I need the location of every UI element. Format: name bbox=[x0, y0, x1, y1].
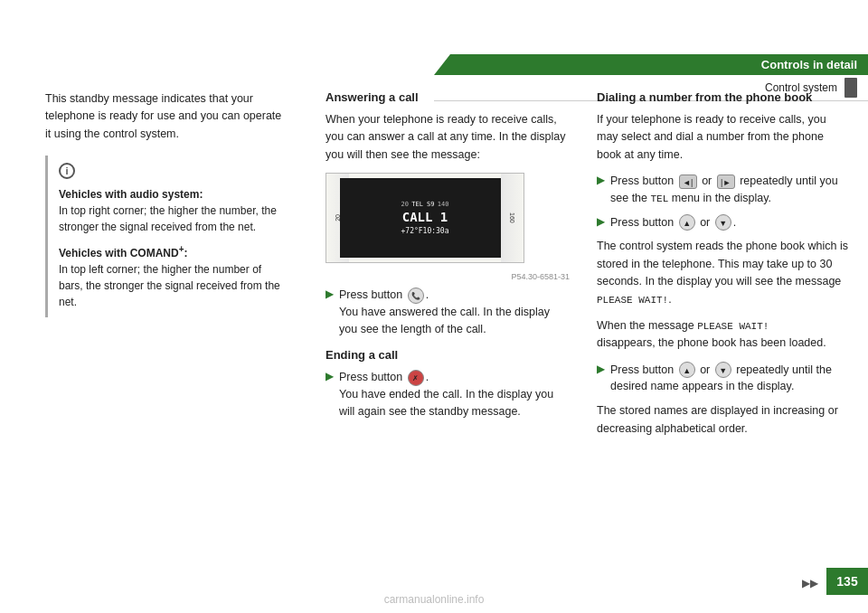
dialing-step-1: ▶ Press button ◄| or |► repeatedly until… bbox=[597, 173, 850, 207]
display-screen: 20 TEL S9 140 CALL 1 +72°F 10:30a bbox=[340, 178, 510, 258]
dialing-step-1-text: Press button ◄| or |► repeatedly until y… bbox=[610, 173, 850, 207]
controls-in-detail-text: Controls in detail bbox=[761, 58, 857, 71]
dialing-step-2-text: Press button ▲ or ▼. bbox=[610, 214, 736, 231]
when-message-text: When the message PLEASE WAIT! disappears… bbox=[597, 317, 850, 353]
bullet-arrow-2: ▶ bbox=[326, 370, 334, 382]
display-speed-right: 160 bbox=[501, 174, 524, 262]
answering-call-text: When your telephone is ready to receive … bbox=[326, 111, 570, 164]
down-button-icon: ▼ bbox=[715, 214, 731, 231]
bullet-arrow-5: ▶ bbox=[597, 363, 605, 375]
left-column: This standby message indicates that your… bbox=[0, 90, 307, 568]
page-number: 135 bbox=[826, 568, 868, 595]
info-item-1-title: Vehicles with audio system: bbox=[59, 188, 203, 201]
up-button-icon-2: ▲ bbox=[679, 362, 695, 378]
please-wait-mono: PLEASE WAIT! bbox=[597, 295, 668, 306]
display-info: +72°F 10:30a bbox=[401, 227, 449, 235]
answer-call-bullet: ▶ Press button 📞. You have answered the … bbox=[326, 287, 570, 337]
answer-call-text: Press button 📞. You have answered the ca… bbox=[339, 287, 570, 337]
dialing-step-2: ▶ Press button ▲ or ▼. bbox=[597, 214, 850, 231]
bullet-arrow-4: ▶ bbox=[597, 215, 605, 228]
end-call-bullet: ▶ Press button ✗. You have ended the cal… bbox=[326, 369, 570, 420]
ending-call-title: Ending a call bbox=[326, 348, 570, 362]
main-content: This standby message indicates that your… bbox=[0, 90, 868, 568]
next-button-icon: |► bbox=[717, 174, 735, 189]
display-image: 20 20 TEL S9 140 CALL 1 +72°F 10:30a bbox=[326, 173, 524, 263]
tel-menu-mono: TEL bbox=[650, 193, 668, 204]
info-item-1-text: In top right corner; the higher the numb… bbox=[59, 204, 277, 233]
watermark: carmanualonline.info bbox=[384, 593, 485, 606]
display-header: 20 TEL S9 140 bbox=[401, 201, 449, 208]
image-caption: P54.30-6581-31 bbox=[326, 272, 570, 281]
end-call-text: Press button ✗. You have ended the call.… bbox=[339, 369, 570, 420]
display-temp: +72°F bbox=[401, 227, 423, 235]
display-call: CALL 1 bbox=[401, 210, 449, 224]
display-content: 20 TEL S9 140 CALL 1 +72°F 10:30a bbox=[401, 201, 449, 235]
intro-text: This standby message indicates that your… bbox=[45, 90, 289, 143]
continuation-arrows: ▶▶ bbox=[802, 577, 818, 589]
middle-column: Answering a call When your telephone is … bbox=[307, 90, 588, 568]
display-time: 10:30a bbox=[423, 227, 449, 235]
info-item-2-title: Vehicles with COMAND+: bbox=[59, 247, 188, 259]
display-tel: TEL S9 bbox=[411, 201, 434, 208]
up-button-icon: ▲ bbox=[679, 214, 695, 231]
bullet-arrow-1: ▶ bbox=[326, 288, 334, 300]
prev-button-icon: ◄| bbox=[679, 174, 697, 189]
dialing-step-3-text: Press button ▲ or ▼ repeatedly until the… bbox=[610, 362, 850, 396]
right-column: Dialing a number from the phone book If … bbox=[588, 90, 868, 568]
answer-button-icon: 📞 bbox=[408, 288, 424, 304]
end-button-icon: ✗ bbox=[408, 370, 424, 386]
dialing-title: Dialing a number from the phone book bbox=[597, 90, 850, 104]
info-box: i Vehicles with audio system: In top rig… bbox=[45, 156, 289, 317]
down-button-icon-2: ▼ bbox=[715, 362, 731, 378]
info-icon: i bbox=[59, 163, 75, 179]
stored-names-text: The stored names are displayed in increa… bbox=[597, 402, 850, 438]
info-item-2: Vehicles with COMAND+: In top left corne… bbox=[59, 242, 280, 310]
please-wait-mono2: PLEASE WAIT! bbox=[697, 321, 769, 332]
info-item-1: Vehicles with audio system: In top right… bbox=[59, 186, 280, 235]
info-item-2-text: In top left corner; the higher the numbe… bbox=[59, 263, 280, 308]
control-reads-text: The control system reads the phone book … bbox=[597, 238, 850, 308]
answering-call-title: Answering a call bbox=[326, 90, 570, 104]
bullet-arrow-3: ▶ bbox=[597, 174, 605, 186]
dialing-intro: If your telephone is ready to receive ca… bbox=[597, 111, 850, 164]
dialing-step-3: ▶ Press button ▲ or ▼ repeatedly until t… bbox=[597, 362, 850, 396]
controls-in-detail-label: Controls in detail bbox=[434, 54, 868, 75]
